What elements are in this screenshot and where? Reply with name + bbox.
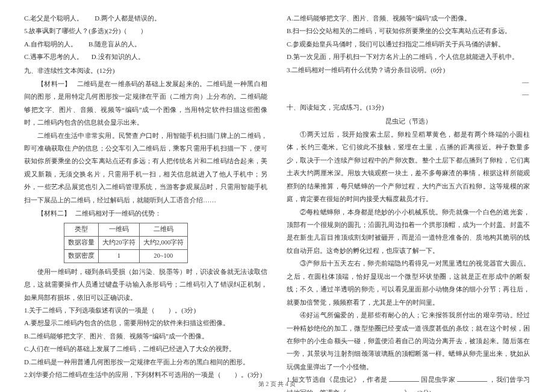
q9-1b: B.二维码能够把文字、图片、音频、视频等“编码”成一个图像。: [24, 330, 267, 343]
section-10-title: 十、阅读短文，完成练习。(13分): [287, 101, 530, 114]
td-capacity-label: 数据容量: [64, 237, 99, 250]
q9-2a: A.二维码能够把文字、图片、音频、视频等“编码”成一个图像。: [287, 12, 530, 25]
q9-1a: A.要想显示二维码内包含的信息，需要用特定的软件来扫描这些图像。: [24, 317, 267, 329]
table-row: 数据容量 大约20字符 大约2,000字符: [64, 237, 188, 250]
q5b: B.随意盲从的人。: [89, 40, 141, 48]
q9-2d: D.第一次见面，用手机扫一下对方名片上的二维码，个人信息就能进入手机中。: [287, 51, 530, 63]
th-1d: 一维码: [99, 223, 140, 237]
passage-p4: ④好运气所偏爱的，是那些有耐心的人；它来报答我所付出的艰辛劳动。经过一种精妙绝伦…: [287, 309, 530, 373]
td-density-2d: 20~100: [139, 249, 188, 263]
passage-p3: ③产卵后十五天左右，卵壳前端隐约看得见一对黑里透红的视觉器官大圆点。之后，在圆柱…: [287, 257, 530, 309]
table-row: 类型 一维码 二维码: [64, 223, 188, 237]
q9-2b: B.扫一扫公交站相关的二维码，可获知你所要乘坐的公交车离站点还有多远。: [287, 25, 530, 37]
material-2-txt: 二维码相对于一维码的优势：: [75, 210, 161, 217]
q5-row-ab: A.自作聪明的人。 B.随意盲从的人。: [24, 38, 267, 51]
q5a: A.自作聪明的人。: [24, 40, 77, 48]
q9-1c: C.人们在一维码的基础上发展了二维码，二维码已经进入了大众的视野。: [24, 343, 267, 355]
left-column: C.老父是个聪明人。 D.两个人都是错误的。 5.故事讽刺了哪些人？(多选)(2…: [24, 12, 267, 392]
material-1-p2: 二维码在生活中非常实用。民警查户口时，用智能手机扫描门牌上的二维码，即可准确获取…: [24, 129, 267, 207]
passage-p1: ①两天过后，我开始搜索土层。卵粒呈稻草黄色，都是有两个终端的小圆柱体，长约三毫米…: [287, 128, 530, 206]
td-capacity-1d: 大约20字符: [99, 237, 140, 250]
passage-title: 昆虫记（节选）: [287, 114, 530, 128]
td-capacity-2d: 大约2,000字符: [139, 237, 188, 250]
passage-p2: ②每粒蟋蟀卵，本身都是绝妙的小小机械系统。卵壳就像一个白色的遮光套，顶部有一个很…: [287, 206, 530, 258]
q10-1d: 》。(3分): [404, 389, 432, 392]
td-density-1d: 1: [99, 249, 140, 263]
answer-line-1: —: [287, 76, 530, 89]
q5c: C.遇事不思考的人。: [24, 53, 83, 60]
td-density-label: 数据密度: [64, 249, 99, 263]
q4d: D.两个人都是错误的。: [95, 14, 161, 22]
th-2d: 二维码: [139, 223, 188, 237]
blank-lesson-title[interactable]: [348, 388, 402, 392]
page-footer: 第 2 页 共 4 页: [0, 380, 554, 388]
q4c: C.老父是个聪明人。: [24, 14, 83, 22]
material-2-label: 【材料二】: [37, 210, 70, 217]
th-type: 类型: [64, 223, 99, 237]
answer-line-2: —: [287, 89, 530, 101]
q9-3-stem: 3.二维码相对一维码有什么优势？请分条目说明。(6分): [287, 64, 530, 76]
q4-options-cd: C.老父是个聪明人。 D.两个人都是错误的。: [24, 12, 267, 25]
q5-stem: 5.故事讽刺了哪些人？(多选)(2分)（ ）: [24, 25, 267, 37]
material-1-label: 【材料一】: [37, 80, 72, 87]
material-2-para: 使用一维码时，碰到条码受损（如污染、脱墨等）时，识读设备就无法读取信息，这就需要…: [24, 266, 267, 304]
right-column: A.二维码能够把文字、图片、音频、视频等“编码”成一个图像。 B.扫一扫公交站相…: [287, 12, 530, 392]
q9-1d: D.二维码是一种用普通几何图形按一定规律在平面上分布的黑白相间的图形。: [24, 356, 267, 369]
q9-1-stem: 1.关于二维码，下列选项叙述有误的一项是（ ）。(3分): [24, 304, 267, 317]
q9-2c: C.参观秦始皇兵马俑时，我们可以通过扫指定二维码听关于兵马俑的讲解。: [287, 38, 530, 51]
material-2: 【材料二】 二维码相对于一维码的优势：: [24, 207, 267, 220]
section-9-title: 九、非连续性文本阅读。(12分): [24, 64, 267, 78]
table-row: 数据密度 1 20~100: [64, 249, 188, 263]
code-comparison-table: 类型 一维码 二维码 数据容量 大约20字符 大约2,000字符 数据密度 1 …: [64, 223, 188, 263]
q5-row-cd: C.遇事不思考的人。 D.没有知识的人。: [24, 51, 267, 63]
q5d: D.没有知识的人。: [92, 53, 145, 60]
material-1: 【材料一】 二维码是在一维条码的基础上发展起来的。二维码是一种黑白相间的图形，是…: [24, 78, 267, 129]
